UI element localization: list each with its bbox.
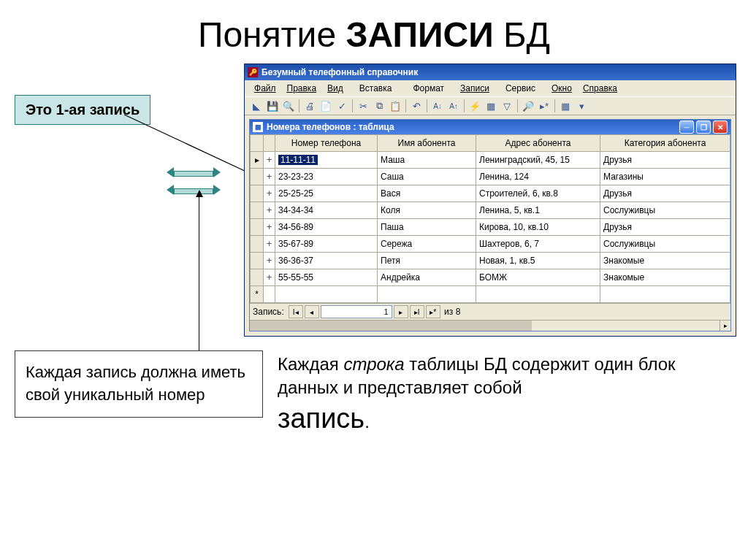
menu-help[interactable]: Справка	[578, 82, 622, 95]
cut-icon[interactable]: ✂	[356, 99, 370, 112]
nav-last-icon[interactable]: ▸I	[410, 305, 424, 318]
table-row[interactable]: +36-36-37ПетяНовая, 1, кв.5Знакомые	[251, 253, 730, 269]
col-addr[interactable]: Адрес абонента	[476, 135, 600, 152]
col-name[interactable]: Имя абонента	[378, 135, 476, 152]
table-icon: ▦	[253, 122, 263, 132]
menubar: Файл Правка Вид Вставка Формат Записи Се…	[245, 80, 736, 96]
data-grid[interactable]: Номер телефона Имя абонента Адрес абонен…	[250, 134, 730, 303]
db-window-icon[interactable]: ▦	[558, 99, 573, 112]
slide-title: Понятие ЗАПИСИ БД	[0, 15, 748, 55]
vertical-connector	[199, 196, 199, 353]
access-icon: 🔑	[248, 67, 258, 77]
close-button[interactable]: ✕	[713, 120, 728, 134]
save-icon[interactable]: 💾	[265, 99, 280, 112]
access-app-window: 🔑 Безумный телефонный справочник Файл Пр…	[244, 64, 736, 337]
sort-asc-icon[interactable]: A↓	[430, 99, 445, 112]
app-titlebar[interactable]: 🔑 Безумный телефонный справочник	[245, 64, 736, 80]
record-number-input[interactable]	[321, 305, 392, 318]
annotation-first-record: Это 1-ая запись	[15, 95, 150, 125]
menu-records[interactable]: Записи	[455, 82, 495, 95]
nav-first-icon[interactable]: I◂	[289, 305, 303, 318]
toolbar: ◣ 💾 🔍 🖨 📄 ✓ ✂ ⧉ 📋 ↶ A↓ A↑ ⚡ ▦ ▽ 🔎 ▸* ▦ ▾	[245, 96, 736, 115]
spell-icon[interactable]: ✓	[335, 99, 349, 112]
sort-desc-icon[interactable]: A↑	[446, 99, 461, 112]
col-phone[interactable]: Номер телефона	[275, 135, 378, 152]
search-tool-icon[interactable]: 🔍	[281, 99, 296, 112]
table-row[interactable]: +34-34-34КоляЛенина, 5, кв.1Сослуживцы	[251, 202, 730, 219]
table-row[interactable]: +25-25-25ВасяСтроителей, 6, кв.8Друзья	[251, 185, 730, 202]
view-icon[interactable]: ◣	[249, 99, 264, 112]
menu-view[interactable]: Вид	[322, 82, 348, 95]
horizontal-scrollbar[interactable]: ▸	[250, 320, 730, 331]
table-row-new[interactable]: *	[251, 286, 730, 303]
filter-form-icon[interactable]: ▦	[484, 99, 498, 112]
print-icon[interactable]: 🖨	[302, 99, 317, 112]
find-icon[interactable]: 🔎	[521, 99, 535, 112]
goto-icon[interactable]: ▸*	[537, 99, 552, 112]
menu-edit[interactable]: Правка	[282, 82, 322, 95]
table-row[interactable]: ▸+11-11-11МашаЛенинградский, 45, 15Друзь…	[251, 152, 730, 169]
table-row[interactable]: +23-23-23СашаЛенина, 124Магазины	[251, 169, 730, 185]
record-navigator: Запись: I◂ ◂ ▸ ▸I ▸* из 8	[250, 303, 730, 320]
maximize-button[interactable]: ❐	[696, 120, 711, 134]
filter-sel-icon[interactable]: ⚡	[468, 99, 482, 112]
new-obj-icon[interactable]: ▾	[574, 99, 589, 112]
menu-format[interactable]: Формат	[402, 82, 454, 95]
filter-toggle-icon[interactable]: ▽	[500, 99, 514, 112]
menu-tools[interactable]: Сервис	[495, 82, 546, 95]
copy-icon[interactable]: ⧉	[372, 99, 386, 112]
col-cat[interactable]: Категория абонента	[600, 135, 730, 152]
nav-new-icon[interactable]: ▸*	[426, 305, 440, 318]
table-row[interactable]: +35-67-89СережаШахтеров, 6, 7Сослуживцы	[251, 236, 730, 253]
table-row[interactable]: +55-55-55АндрейкаБОМЖЗнакомые	[251, 269, 730, 286]
paste-icon[interactable]: 📋	[388, 99, 402, 112]
minimize-button[interactable]: ─	[679, 120, 694, 134]
description-text: Каждая строка таблицы БД содержит один б…	[278, 353, 716, 437]
menu-insert[interactable]: Вставка	[349, 82, 402, 95]
table-titlebar[interactable]: ▦ Номера телефонов : таблица ─ ❐ ✕	[250, 120, 730, 134]
menu-file[interactable]: Файл	[249, 82, 281, 95]
table-row[interactable]: +34-56-89ПашаКирова, 10, кв.10Друзья	[251, 219, 730, 236]
nav-prev-icon[interactable]: ◂	[305, 305, 319, 318]
annotation-unique-number: Каждая запись должна иметь свой уникальн…	[15, 350, 263, 418]
nav-next-icon[interactable]: ▸	[394, 305, 408, 318]
arrows-indicator	[168, 168, 219, 203]
menu-window[interactable]: Окно	[546, 82, 577, 95]
table-window: ▦ Номера телефонов : таблица ─ ❐ ✕ Номер…	[249, 119, 731, 331]
preview-icon[interactable]: 📄	[318, 99, 333, 112]
undo-icon[interactable]: ↶	[409, 99, 424, 112]
